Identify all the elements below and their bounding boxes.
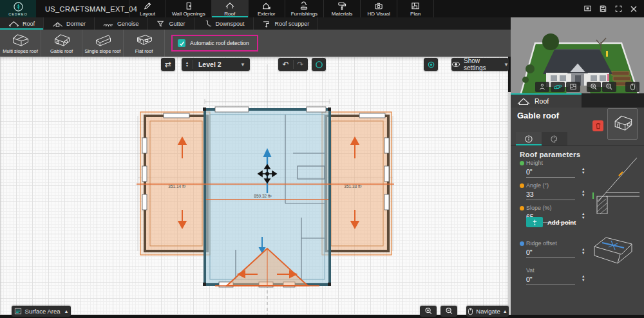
menu-item-label: Wall Openings <box>172 11 205 17</box>
slope-stepper[interactable]: ▲▼ <box>582 212 585 220</box>
plan-view-icon <box>569 83 577 91</box>
panel-tab-label: Roof <box>535 97 549 105</box>
cedreo-logo-icon <box>14 2 23 12</box>
gable-roof-thumbnail[interactable] <box>607 108 638 140</box>
vat-field: Vat 0" ▲▼ <box>520 267 582 285</box>
flat-roof-button[interactable]: Flat roof <box>124 30 165 57</box>
navigate-label: Navigate <box>476 308 500 315</box>
level-selector[interactable]: ▲▼ Level 2 ▼ <box>182 58 250 71</box>
feedback-icon[interactable] <box>583 5 592 13</box>
walkthrough-button[interactable] <box>535 82 549 92</box>
ribbon-tab-genoise[interactable]: Genoise <box>95 17 148 30</box>
orbit-icon <box>553 83 562 91</box>
menu-item-layout[interactable]: Layout <box>129 0 166 17</box>
zoom-in-icon <box>424 307 433 315</box>
preview-zoom-in-button[interactable] <box>587 82 601 92</box>
brand-label: CEDREO <box>8 12 28 16</box>
canvas[interactable]: 351.14 ft² 859.32 ft² 351.33 ft² ⇄ ▲▼ Le… <box>0 57 508 318</box>
surface-area-label: Surface Area <box>25 308 61 315</box>
ridge-offset-input[interactable]: 0" <box>526 248 575 258</box>
tab-roof-parameters[interactable] <box>516 132 542 145</box>
delete-roof-button[interactable] <box>592 120 603 131</box>
ribbon-tab-roof-scupper[interactable]: Roof scupper <box>254 17 319 30</box>
cedreo-logo[interactable]: CEDREO <box>0 0 36 17</box>
show-settings-button[interactable]: Show settings ▼ <box>451 58 509 71</box>
ribbon-tab-downspout[interactable]: Downspout <box>194 17 254 30</box>
zoom-out-icon <box>445 307 453 315</box>
tab-roof-materials[interactable] <box>542 132 567 145</box>
save-icon[interactable] <box>599 5 607 13</box>
angle-stepper[interactable]: ▲▼ <box>582 189 585 197</box>
roof-ribbon: Roof Dormer Genoise Gutter Downspout Roo… <box>0 17 511 30</box>
surface-area-button[interactable]: Surface Area ▲ <box>12 306 71 317</box>
roof-tab-icon <box>8 20 19 28</box>
level-stepper[interactable]: ▲▼ <box>182 60 193 69</box>
center-view-button[interactable] <box>424 58 438 71</box>
floor-plan[interactable]: 351.14 ft² 859.32 ft² 351.33 ft² <box>0 57 508 318</box>
downspout-icon <box>203 20 213 28</box>
menu-item-label: Plan <box>410 11 421 17</box>
menu-item-exterior[interactable]: Exterior <box>248 0 285 17</box>
right-wing-roof[interactable] <box>322 112 392 255</box>
zoom-out-button[interactable] <box>440 306 457 317</box>
ridge-offset-stepper[interactable]: ▲▼ <box>582 247 585 255</box>
genoise-icon <box>103 20 114 28</box>
menu-item-wall-openings[interactable]: Wall Openings <box>166 0 211 17</box>
orbit-view-button[interactable] <box>551 82 565 92</box>
angle-input[interactable]: 33 <box>526 191 575 200</box>
menu-item-materials[interactable]: Materials <box>323 0 360 17</box>
field-label: Height <box>526 160 582 166</box>
menu-item-label: Exterior <box>258 11 276 17</box>
ribbon-tab-gutter[interactable]: Gutter <box>148 17 194 30</box>
left-wing-roof[interactable] <box>140 112 210 255</box>
cedreo-app: CEDREO US_CRAFTSMAN_EXT_04 Layout Wall O… <box>0 0 644 318</box>
ribbon-tab-roof[interactable]: Roof <box>0 17 44 30</box>
field-label: Vat <box>526 267 582 274</box>
ribbon-tab-label: Roof <box>23 21 35 27</box>
tool-label: Single slope roof <box>85 48 121 54</box>
compass-icon <box>315 61 323 69</box>
height-field: Height 0" ▲▼ <box>520 160 582 178</box>
preview-navigate-button[interactable] <box>625 82 639 92</box>
vat-stepper[interactable]: ▲▼ <box>582 274 585 282</box>
ridge-offset-diagram <box>588 230 638 267</box>
height-input[interactable]: 0" <box>526 168 575 178</box>
height-stepper[interactable]: ▲▼ <box>582 167 585 174</box>
redo-button[interactable]: ↷ <box>294 60 308 69</box>
area-label-right: 351.33 ft² <box>344 184 362 189</box>
palette-icon <box>550 135 559 144</box>
menu-item-roof[interactable]: Roof <box>211 0 248 17</box>
menu-item-hd-visual[interactable]: HD Visual <box>360 0 397 17</box>
chevron-up-icon: ▲ <box>64 309 68 313</box>
undo-button[interactable]: ↶ <box>279 60 294 69</box>
gable-roof-button[interactable]: Gable roof <box>41 30 82 57</box>
multi-slopes-roof-button[interactable]: Multi slopes roof <box>0 30 41 57</box>
plan-view-button[interactable] <box>566 82 580 92</box>
single-slope-roof-button[interactable]: Single slope roof <box>82 30 124 57</box>
navigate-button[interactable]: Navigate ▲ <box>466 306 509 317</box>
zoom-in-button[interactable] <box>420 306 437 317</box>
panel-scrollbar[interactable] <box>508 92 511 315</box>
roof-parameters-title: Roof parameters <box>520 151 580 158</box>
tool-label: Gable roof <box>50 48 73 54</box>
ridge-offset-dot <box>520 241 524 246</box>
vat-input[interactable]: 0" <box>526 276 575 285</box>
swap-view-button[interactable]: ⇄ <box>161 58 175 71</box>
ribbon-tab-label: Dormer <box>66 21 86 27</box>
ribbon-tab-dormer[interactable]: Dormer <box>44 17 95 30</box>
add-point-button[interactable] <box>526 217 543 227</box>
info-icon <box>524 135 533 144</box>
panel-tab-roof[interactable]: Roof <box>511 93 582 108</box>
compass-button[interactable] <box>312 58 326 71</box>
ridge-offset-field: Ridge offset 0" ▲▼ <box>520 240 582 258</box>
shower-icon <box>299 1 309 10</box>
ribbon-tab-label: Downspout <box>216 21 245 27</box>
close-icon[interactable] <box>630 5 638 13</box>
menu-item-furnishings[interactable]: Furnishings <box>285 0 323 17</box>
preview-zoom-out-button[interactable] <box>602 82 616 92</box>
fullscreen-icon[interactable] <box>614 5 623 13</box>
panel-tab-row: Roof <box>511 93 644 108</box>
automatic-roof-detection-checkbox[interactable] <box>178 39 185 47</box>
roof-icon <box>225 1 235 10</box>
menu-item-plan[interactable]: Plan <box>397 0 434 17</box>
